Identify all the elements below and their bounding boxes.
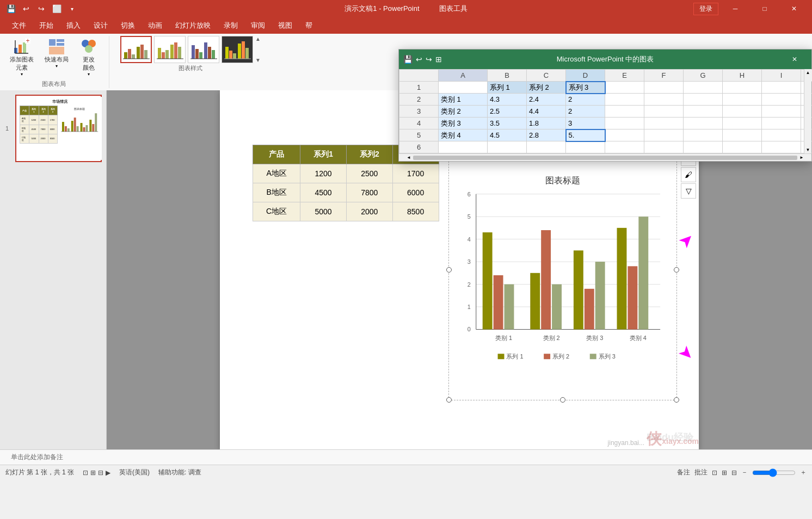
tab-animations[interactable]: 动画: [142, 17, 169, 34]
zoom-plus[interactable]: ＋: [800, 468, 807, 477]
zoom-slider[interactable]: [752, 468, 796, 477]
cell-f1[interactable]: [644, 82, 684, 94]
chart-style-2[interactable]: [154, 36, 186, 63]
cell-e1[interactable]: [605, 82, 644, 94]
tab-insert[interactable]: 插入: [60, 17, 87, 34]
cell-e2[interactable]: [605, 94, 644, 106]
excel-save-icon[interactable]: 💾: [403, 55, 413, 64]
row-header-6[interactable]: 6: [399, 141, 439, 153]
cell-e6[interactable]: [605, 141, 644, 153]
cell-i1[interactable]: [762, 82, 801, 94]
normal-view-icon[interactable]: ⊡: [83, 469, 88, 477]
notes-button[interactable]: 备注: [677, 468, 690, 477]
undo-icon[interactable]: ↩: [21, 3, 32, 14]
cell-a6[interactable]: [439, 141, 488, 153]
row-header-2[interactable]: 2: [399, 94, 439, 106]
view-read[interactable]: ⊟: [731, 469, 737, 477]
cell-e3[interactable]: [605, 106, 644, 118]
cell-b4[interactable]: 3.5: [488, 118, 527, 129]
cell-h2[interactable]: [723, 94, 762, 106]
tab-file[interactable]: 文件: [5, 17, 33, 34]
slide-sorter-icon[interactable]: ⊞: [90, 469, 96, 477]
cell-g1[interactable]: [684, 82, 723, 94]
cell-i2[interactable]: [762, 94, 801, 106]
cell-f2[interactable]: [644, 94, 684, 106]
tab-help[interactable]: 帮: [299, 17, 319, 34]
cell-e5[interactable]: [605, 129, 644, 141]
cell-g4[interactable]: [684, 118, 723, 129]
chart-style-3[interactable]: [188, 36, 219, 63]
cell-h1[interactable]: [723, 82, 762, 94]
cell-g6[interactable]: [684, 141, 723, 153]
cell-c3[interactable]: 4.4: [527, 106, 566, 118]
view-normal[interactable]: ⊡: [712, 469, 717, 477]
cell-b1[interactable]: 系列 1: [488, 82, 527, 94]
cell-a1[interactable]: [439, 82, 488, 94]
excel-vscrollbar[interactable]: ▲ ▼: [804, 69, 811, 153]
cell-a4[interactable]: 类别 3: [439, 118, 488, 129]
excel-close-button[interactable]: ✕: [782, 51, 807, 68]
chart-style-float-btn[interactable]: 🖌: [681, 167, 696, 182]
cell-h6[interactable]: [723, 141, 762, 153]
col-header-h[interactable]: H: [723, 70, 762, 82]
cell-d1[interactable]: 系列 3: [566, 82, 605, 94]
tab-record[interactable]: 录制: [217, 17, 244, 34]
cell-d5[interactable]: 5.: [566, 129, 605, 141]
tab-transitions[interactable]: 切换: [114, 17, 142, 34]
cell-i4[interactable]: [762, 118, 801, 129]
cell-h5[interactable]: [723, 129, 762, 141]
style-scroll-up[interactable]: ▲: [255, 36, 261, 42]
cell-i5[interactable]: [762, 129, 801, 141]
tab-view[interactable]: 视图: [272, 17, 299, 34]
slide-thumbnail-1[interactable]: 1 市场情况 产品系列1系列2系列3 A地区120025001700 B地区45…: [15, 95, 102, 162]
cell-h3[interactable]: [723, 106, 762, 118]
row-header-3[interactable]: 3: [399, 106, 439, 118]
save-icon[interactable]: 💾: [5, 3, 16, 14]
chart-filter-float-btn[interactable]: ▽: [681, 183, 696, 199]
quick-layout-button[interactable]: 快速布局 ▾: [40, 36, 73, 79]
chart-style-4[interactable]: [222, 36, 253, 63]
cell-g5[interactable]: [684, 129, 723, 141]
cell-f5[interactable]: [644, 129, 684, 141]
cell-c4[interactable]: 1.8: [527, 118, 566, 129]
cell-g3[interactable]: [684, 106, 723, 118]
notes-bar[interactable]: 单击此处添加备注: [0, 449, 812, 465]
cell-d2[interactable]: 2: [566, 94, 605, 106]
cell-i3[interactable]: [762, 106, 801, 118]
present-icon[interactable]: ⬜: [51, 3, 62, 14]
row-header-1[interactable]: 1: [399, 82, 439, 94]
tab-home[interactable]: 开始: [33, 17, 60, 34]
cell-b5[interactable]: 4.5: [488, 129, 527, 141]
tab-design[interactable]: 设计: [87, 17, 114, 34]
minimize-button[interactable]: ─: [723, 0, 748, 17]
cell-b3[interactable]: 2.5: [488, 106, 527, 118]
cell-a3[interactable]: 类别 2: [439, 106, 488, 118]
col-header-d[interactable]: D: [566, 70, 605, 82]
login-button[interactable]: 登录: [693, 3, 718, 15]
excel-hscrollbar[interactable]: ◄ ►: [399, 153, 811, 161]
col-header-g[interactable]: G: [684, 70, 723, 82]
cell-d3[interactable]: 2: [566, 106, 605, 118]
cell-d4[interactable]: 3: [566, 118, 605, 129]
zoom-minus[interactable]: －: [741, 468, 748, 477]
cell-f3[interactable]: [644, 106, 684, 118]
cell-c5[interactable]: 2.8: [527, 129, 566, 141]
change-colors-button[interactable]: 更改颜色 ▾: [75, 36, 102, 79]
col-header-b[interactable]: B: [488, 70, 527, 82]
row-header-5[interactable]: 5: [399, 129, 439, 141]
cell-f4[interactable]: [644, 118, 684, 129]
comments-button[interactable]: 批注: [694, 468, 708, 477]
more-icon[interactable]: ▾: [66, 3, 77, 14]
col-header-c[interactable]: C: [527, 70, 566, 82]
excel-grid-icon[interactable]: ⊞: [435, 55, 442, 64]
view-grid[interactable]: ⊞: [722, 469, 727, 477]
slide-chart-container[interactable]: + 🖌 ▽ 图表标题 6 5 4 3: [448, 139, 677, 400]
cell-e4[interactable]: [605, 118, 644, 129]
excel-undo-icon[interactable]: ↩: [416, 55, 422, 64]
excel-redo-icon[interactable]: ↪: [426, 55, 432, 64]
col-header-i[interactable]: I: [762, 70, 801, 82]
cell-b6[interactable]: [488, 141, 527, 153]
cell-i6[interactable]: [762, 141, 801, 153]
close-button[interactable]: ✕: [782, 0, 807, 17]
cell-c1[interactable]: 系列 2: [527, 82, 566, 94]
